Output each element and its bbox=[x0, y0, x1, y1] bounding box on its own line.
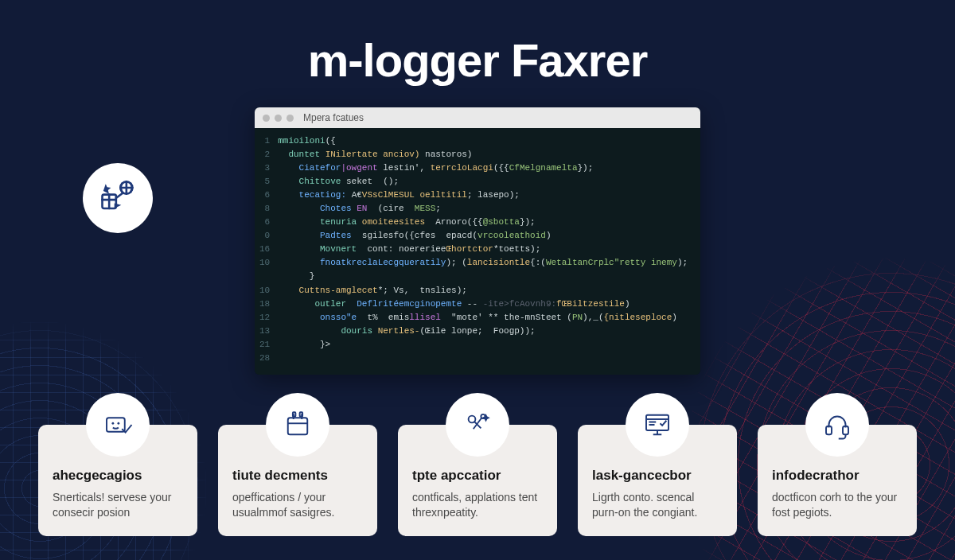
feature-card-desc: Snerticals! servese your consecir posion bbox=[53, 490, 183, 520]
headset-icon bbox=[805, 393, 869, 457]
feature-cards-row: ahecgecagiosSnerticals! servese your con… bbox=[0, 425, 955, 536]
feature-card: infodecrathordoctficon corh to the your … bbox=[758, 425, 917, 536]
code-window: Mpera fcatues 1 2 3 5 6 8 6 0 16 10 10 1… bbox=[255, 107, 700, 375]
feature-card: tpte apccatiorcontficals, applations ten… bbox=[398, 425, 557, 536]
feature-card-title: infodecrathor bbox=[772, 468, 902, 484]
code-window-tab-label: Mpera fcatues bbox=[303, 112, 364, 123]
feature-card-title: tiute decments bbox=[232, 468, 363, 484]
package-network-icon bbox=[97, 177, 138, 219]
feature-card: ahecgecagiosSnerticals! servese your con… bbox=[38, 425, 197, 536]
code-window-body: 1 2 3 5 6 8 6 0 16 10 10 18 12 13 21 28 … bbox=[255, 128, 700, 375]
feature-card: lask-gancecborLigrth conto. scencal purn… bbox=[578, 425, 737, 536]
feature-card-desc: Ligrth conto. scencal purn-on the congia… bbox=[592, 490, 723, 520]
feature-card-desc: contficals, applations tent threxnpeatit… bbox=[412, 490, 543, 520]
tools-spark-icon bbox=[446, 393, 509, 457]
code-gutter: 1 2 3 5 6 8 6 0 16 10 10 18 12 13 21 28 bbox=[259, 134, 278, 365]
monitor-check-icon bbox=[626, 393, 689, 457]
feature-card-desc: opeffications / your usualmmof sasigres. bbox=[232, 490, 363, 520]
hero-stage: Mpera fcatues 1 2 3 5 6 8 6 0 16 10 10 1… bbox=[0, 107, 955, 375]
traffic-dot bbox=[275, 115, 282, 122]
page-title: m-logger Faxrer bbox=[0, 0, 955, 87]
code-lines: mmioiloni({ duntet INilertate anciov) na… bbox=[278, 134, 688, 365]
traffic-dot bbox=[263, 115, 270, 122]
frame-check-icon bbox=[86, 393, 150, 457]
feature-card-title: lask-gancecbor bbox=[592, 468, 723, 484]
calendar-icon bbox=[266, 393, 329, 457]
feature-card: tiute decmentsopeffications / your usual… bbox=[218, 425, 377, 536]
feature-card-desc: doctficon corh to the your fost pegiots. bbox=[772, 490, 902, 520]
svg-rect-5 bbox=[288, 418, 308, 434]
svg-point-3 bbox=[111, 422, 114, 425]
traffic-dot bbox=[286, 115, 294, 122]
code-window-titlebar: Mpera fcatues bbox=[255, 107, 700, 128]
side-badge bbox=[83, 163, 153, 233]
svg-point-4 bbox=[117, 422, 119, 425]
feature-card-title: ahecgecagios bbox=[53, 468, 183, 484]
feature-card-title: tpte apccatior bbox=[412, 468, 543, 484]
